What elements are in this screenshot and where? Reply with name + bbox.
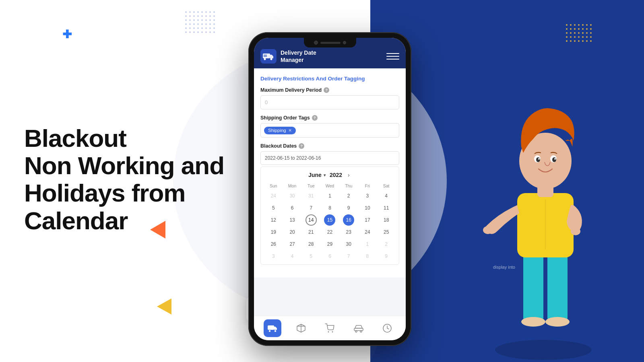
calendar-month-chevron: ▾ bbox=[324, 173, 326, 177]
plus-icon-left: ✚ bbox=[62, 29, 72, 40]
cal-cell[interactable]: 27 bbox=[287, 239, 298, 250]
cal-cell[interactable]: 19 bbox=[268, 226, 279, 238]
cal-cell[interactable]: 30 bbox=[343, 239, 354, 250]
cal-cell[interactable]: 3 bbox=[268, 251, 279, 262]
svg-point-31 bbox=[483, 226, 493, 234]
notch-camera-left bbox=[314, 41, 318, 45]
svg-point-32 bbox=[571, 227, 580, 235]
cal-cell[interactable]: 22 bbox=[324, 226, 335, 238]
cal-cell[interactable]: 5 bbox=[268, 202, 279, 214]
nav-cart-icon[interactable] bbox=[321, 319, 339, 337]
app-content: Delivery Restrictions And Order Tagging … bbox=[254, 68, 406, 278]
cal-cell-15-selected[interactable]: 15 bbox=[324, 214, 335, 226]
calendar-month-select[interactable]: June ▾ bbox=[308, 172, 326, 178]
blackout-date-input[interactable]: 2022-06-15 to 2022-06-16 bbox=[260, 151, 399, 165]
cal-cell[interactable]: 12 bbox=[268, 214, 279, 226]
tag-remove-button[interactable]: ✕ bbox=[288, 128, 292, 133]
calendar-year-label: 2022 bbox=[330, 172, 342, 178]
cal-cell[interactable]: 4 bbox=[287, 251, 298, 262]
shipping-tags-help-icon[interactable]: ? bbox=[312, 115, 318, 121]
cal-cell[interactable]: 17 bbox=[362, 214, 373, 226]
blackout-dates-help-icon[interactable]: ? bbox=[299, 143, 304, 149]
svg-rect-12 bbox=[354, 328, 363, 331]
cal-cell[interactable]: 20 bbox=[287, 226, 298, 238]
svg-point-2 bbox=[270, 58, 272, 60]
notch-speaker bbox=[320, 42, 341, 44]
cal-cell[interactable]: 2 bbox=[381, 239, 392, 250]
headline-block: Blackout Non Working and Holidays from C… bbox=[24, 125, 224, 234]
cal-cell[interactable]: 10 bbox=[362, 202, 373, 214]
cal-cell[interactable]: 9 bbox=[343, 202, 354, 214]
cal-cell[interactable]: 31 bbox=[305, 190, 317, 202]
cal-cell[interactable]: 7 bbox=[305, 202, 317, 214]
calendar: June ▾ 2022 › Sun Mon Tue Wed T bbox=[260, 167, 399, 265]
cal-cell[interactable]: 11 bbox=[381, 202, 392, 214]
cal-cell[interactable]: 13 bbox=[287, 214, 298, 226]
svg-point-10 bbox=[328, 331, 329, 333]
cal-cell[interactable]: 23 bbox=[343, 226, 354, 238]
cal-cell[interactable]: 9 bbox=[381, 251, 392, 262]
person-illustration bbox=[471, 88, 624, 362]
phone-screen: Delivery Date Manager Delivery Restricti… bbox=[254, 38, 406, 340]
overlay-text-right: display into bbox=[493, 265, 515, 269]
cal-cell[interactable]: 30 bbox=[287, 190, 298, 202]
calendar-day-names: Sun Mon Tue Wed Thu Fri Sat bbox=[261, 182, 399, 190]
calendar-next-btn[interactable]: › bbox=[346, 171, 351, 179]
cal-cell[interactable]: 7 bbox=[343, 251, 354, 262]
svg-point-29 bbox=[554, 158, 556, 160]
svg-rect-17 bbox=[523, 249, 543, 322]
bottom-nav bbox=[254, 316, 406, 340]
tag-label: Shipping bbox=[268, 128, 286, 133]
cal-cell-14[interactable]: 14 bbox=[305, 214, 317, 226]
nav-delivery-icon[interactable] bbox=[264, 319, 281, 337]
cal-cell[interactable]: 24 bbox=[362, 226, 373, 238]
cal-cell[interactable]: 6 bbox=[287, 202, 298, 214]
svg-point-14 bbox=[360, 331, 362, 332]
cal-cell-16-selected[interactable]: 16 bbox=[343, 214, 354, 226]
cal-cell[interactable]: 25 bbox=[381, 226, 392, 238]
day-sun: Sun bbox=[264, 182, 283, 190]
svg-point-1 bbox=[264, 58, 266, 60]
max-delivery-help-icon[interactable]: ? bbox=[324, 87, 329, 93]
phone-shell: Delivery Date Manager Delivery Restricti… bbox=[248, 32, 411, 346]
cal-cell[interactable]: 21 bbox=[305, 226, 317, 238]
app-logo-area: Delivery Date Manager bbox=[260, 49, 316, 64]
cal-cell[interactable]: 1 bbox=[324, 190, 335, 202]
cal-cell[interactable]: 28 bbox=[305, 239, 317, 250]
nav-car-icon[interactable] bbox=[350, 319, 367, 337]
cal-cell[interactable]: 8 bbox=[324, 202, 335, 214]
nav-package-icon[interactable] bbox=[292, 319, 310, 337]
cal-cell[interactable]: 3 bbox=[362, 190, 373, 202]
cal-cell[interactable]: 8 bbox=[362, 251, 373, 262]
headline-text: Blackout Non Working and Holidays from C… bbox=[24, 125, 224, 234]
calendar-month-label: June bbox=[308, 172, 322, 178]
section-title: Delivery Restrictions And Order Tagging bbox=[260, 76, 399, 82]
svg-point-19 bbox=[521, 317, 545, 327]
cal-cell[interactable]: 4 bbox=[381, 190, 392, 202]
tags-input-area[interactable]: Shipping ✕ bbox=[260, 123, 399, 138]
svg-rect-18 bbox=[547, 249, 568, 322]
nav-clock-icon[interactable] bbox=[378, 319, 396, 337]
svg-point-16 bbox=[495, 340, 592, 360]
phone-notch bbox=[304, 38, 356, 47]
cal-cell[interactable]: 1 bbox=[362, 239, 373, 250]
cal-cell[interactable]: 24 bbox=[268, 190, 279, 202]
hamburger-menu[interactable] bbox=[386, 50, 399, 63]
cal-cell[interactable]: 2 bbox=[343, 190, 354, 202]
phone-device: Delivery Date Manager Delivery Restricti… bbox=[248, 32, 411, 346]
cal-cell[interactable]: 6 bbox=[324, 251, 335, 262]
hamburger-line-2 bbox=[386, 56, 399, 57]
cal-cell[interactable]: 26 bbox=[268, 239, 279, 250]
svg-point-27 bbox=[552, 157, 556, 162]
shipping-tags-label: Shipping Order Tags ? bbox=[260, 115, 399, 121]
cal-cell[interactable]: 5 bbox=[305, 251, 317, 262]
svg-point-26 bbox=[536, 157, 540, 162]
day-mon: Mon bbox=[283, 182, 302, 190]
hamburger-line-1 bbox=[386, 53, 399, 54]
notch-camera-right bbox=[343, 41, 346, 44]
cal-cell[interactable]: 18 bbox=[381, 214, 392, 226]
max-delivery-input[interactable]: 0 bbox=[260, 95, 399, 109]
dots-decoration-top-center bbox=[185, 11, 215, 33]
day-thu: Thu bbox=[339, 182, 358, 190]
cal-cell[interactable]: 29 bbox=[324, 239, 335, 250]
